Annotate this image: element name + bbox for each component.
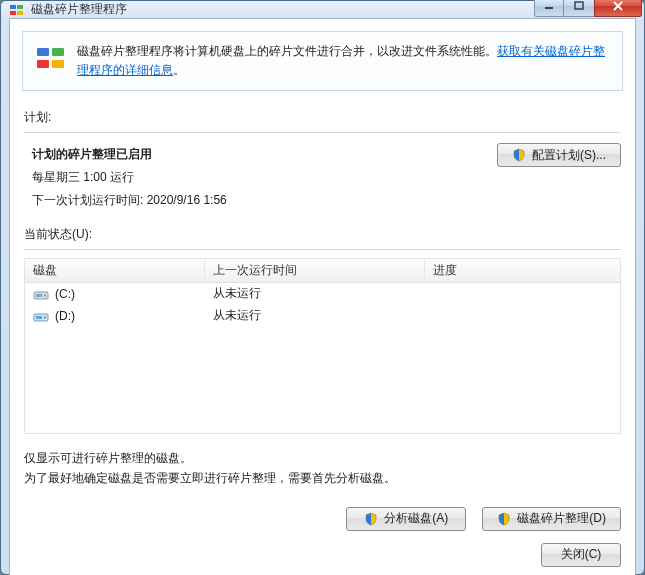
drive-icon <box>33 309 49 323</box>
configure-schedule-button[interactable]: 配置计划(S)... <box>497 143 621 167</box>
window-title: 磁盘碎片整理程序 <box>31 1 127 18</box>
table-header: 磁盘 上一次运行时间 进度 <box>25 259 620 283</box>
disk-name: (D:) <box>55 309 75 323</box>
svg-point-12 <box>44 294 46 296</box>
titlebar[interactable]: 磁盘碎片整理程序 <box>1 1 644 18</box>
schedule-title: 计划的碎片整理已启用 <box>32 143 485 166</box>
svg-rect-8 <box>37 60 49 68</box>
defrag-button[interactable]: 磁盘碎片整理(D) <box>482 507 621 531</box>
drive-icon <box>33 287 49 301</box>
close-label: 关闭(C) <box>561 546 602 563</box>
svg-rect-0 <box>10 5 16 9</box>
client-area: 磁盘碎片整理程序将计算机硬盘上的碎片文件进行合并，以改进文件系统性能。获取有关磁… <box>9 18 636 575</box>
svg-rect-4 <box>545 7 553 9</box>
svg-rect-3 <box>17 11 23 15</box>
info-text-body: 磁盘碎片整理程序将计算机硬盘上的碎片文件进行合并，以改进文件系统性能。 <box>77 44 497 58</box>
shield-icon <box>364 512 378 526</box>
table-row[interactable]: (C:)从未运行 <box>25 283 620 305</box>
info-text-after: 。 <box>173 63 185 77</box>
divider <box>24 132 621 133</box>
defrag-icon <box>35 42 67 80</box>
status-label: 当前状态(U): <box>24 226 621 243</box>
window-controls <box>534 0 644 17</box>
svg-rect-6 <box>37 48 49 56</box>
last-run-cell: 从未运行 <box>205 307 425 324</box>
window-close-button[interactable] <box>594 0 642 17</box>
maximize-button[interactable] <box>564 0 594 17</box>
last-run-cell: 从未运行 <box>205 285 425 302</box>
table-body: (C:)从未运行(D:)从未运行 <box>25 283 620 327</box>
shield-icon <box>512 148 526 162</box>
col-header-progress[interactable]: 进度 <box>425 259 620 282</box>
divider <box>24 249 621 250</box>
svg-rect-11 <box>36 294 42 297</box>
footer-line2: 为了最好地确定磁盘是否需要立即进行碎片整理，需要首先分析磁盘。 <box>24 468 621 488</box>
app-icon <box>9 2 25 18</box>
svg-rect-1 <box>17 5 23 9</box>
configure-schedule-label: 配置计划(S)... <box>532 147 606 164</box>
schedule-line1: 每星期三 1:00 运行 <box>32 166 485 189</box>
window-frame: 磁盘碎片整理程序 磁盘碎片整理程序将计算机硬盘上的碎片文件进行合并，以改进文件系… <box>0 0 645 575</box>
col-header-last-run[interactable]: 上一次运行时间 <box>205 259 425 282</box>
svg-rect-14 <box>36 316 42 319</box>
action-buttons: 分析磁盘(A) 磁盘碎片整理(D) <box>24 507 621 531</box>
schedule-text: 计划的碎片整理已启用 每星期三 1:00 运行 下一次计划运行时间: 2020/… <box>32 143 485 211</box>
defrag-label: 磁盘碎片整理(D) <box>517 510 606 527</box>
analyze-button[interactable]: 分析磁盘(A) <box>346 507 466 531</box>
svg-point-15 <box>44 316 46 318</box>
shield-icon <box>497 512 511 526</box>
close-button[interactable]: 关闭(C) <box>541 543 621 567</box>
svg-rect-7 <box>52 48 64 56</box>
schedule-line2: 下一次计划运行时间: 2020/9/16 1:56 <box>32 189 485 212</box>
footer-line1: 仅显示可进行碎片整理的磁盘。 <box>24 448 621 468</box>
svg-rect-2 <box>10 11 16 15</box>
svg-rect-9 <box>52 60 64 68</box>
info-text: 磁盘碎片整理程序将计算机硬盘上的碎片文件进行合并，以改进文件系统性能。获取有关磁… <box>77 42 610 80</box>
info-banner: 磁盘碎片整理程序将计算机硬盘上的碎片文件进行合并，以改进文件系统性能。获取有关磁… <box>22 31 623 91</box>
schedule-label: 计划: <box>24 109 621 126</box>
col-header-disk[interactable]: 磁盘 <box>25 259 205 282</box>
minimize-button[interactable] <box>534 0 564 17</box>
schedule-area: 计划的碎片整理已启用 每星期三 1:00 运行 下一次计划运行时间: 2020/… <box>32 143 621 211</box>
disk-table: 磁盘 上一次运行时间 进度 (C:)从未运行(D:)从未运行 <box>24 258 621 434</box>
svg-rect-5 <box>575 2 583 9</box>
disk-name: (C:) <box>55 287 75 301</box>
close-row: 关闭(C) <box>24 543 621 567</box>
table-row[interactable]: (D:)从未运行 <box>25 305 620 327</box>
footer-note: 仅显示可进行碎片整理的磁盘。 为了最好地确定磁盘是否需要立即进行碎片整理，需要首… <box>24 448 621 489</box>
analyze-label: 分析磁盘(A) <box>384 510 448 527</box>
